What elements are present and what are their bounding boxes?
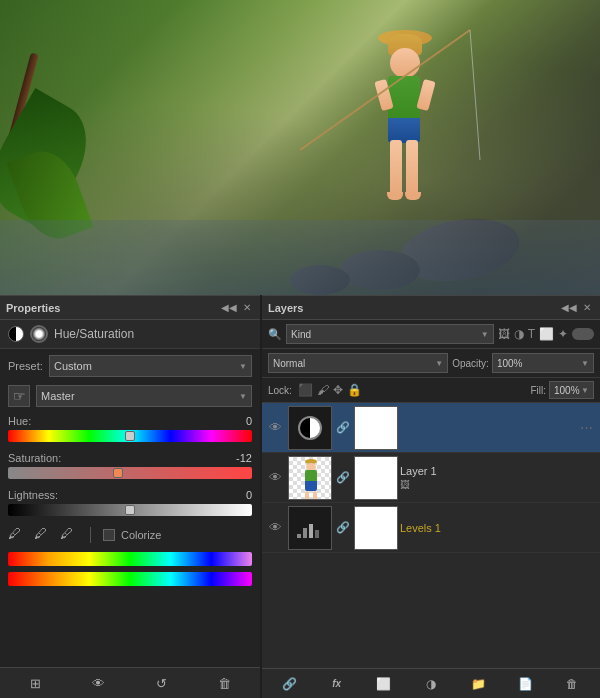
layer-item[interactable]: 👁 🔗 ⋯ — [262, 403, 600, 453]
eye-visibility-icon[interactable]: 👁 — [89, 673, 109, 693]
reset-icon[interactable]: ↺ — [152, 673, 172, 693]
properties-collapse-icon[interactable]: ◀◀ — [222, 301, 236, 315]
hue-thumb[interactable] — [125, 431, 135, 441]
blend-mode-dropdown[interactable]: Normal ▼ — [268, 353, 448, 373]
saturation-label: Saturation: — [8, 452, 61, 464]
kind-dropdown-arrow: ▼ — [481, 330, 489, 339]
saturation-track[interactable] — [8, 467, 252, 479]
layer-mask-add-icon[interactable]: ⬜ — [375, 675, 393, 693]
layer-2-sub-icon: 🖼 — [400, 479, 596, 490]
layer-1-options-icon[interactable]: ⋯ — [580, 420, 596, 436]
fishing-rod-svg — [250, 20, 500, 170]
eyedroppers-row: 🖊 🖊 🖊 Colorize — [8, 526, 252, 544]
layer-delete-icon[interactable]: 🗑 — [563, 675, 581, 693]
lock-label: Lock: — [268, 385, 292, 396]
layer-link-icon[interactable]: 🔗 — [281, 675, 299, 693]
colorize-label: Colorize — [121, 529, 161, 541]
layer-1-eye-icon[interactable]: 👁 — [266, 419, 284, 437]
properties-header-left: Properties — [6, 302, 60, 314]
layer-2-thumb — [288, 456, 332, 500]
channel-dropdown-arrow: ▼ — [239, 392, 247, 401]
layer-item[interactable]: 👁 🔗 Levels 1 — [262, 503, 600, 553]
fill-dropdown-arrow: ▼ — [581, 386, 589, 395]
eyedropper-add-icon[interactable]: 🖊 — [34, 526, 52, 544]
colorize-row: Colorize — [103, 529, 161, 541]
channel-dropdown[interactable]: Master ▼ — [36, 385, 252, 407]
layers-search-icon: 🔍 — [268, 328, 282, 341]
kind-filter-value: Kind — [291, 329, 311, 340]
preset-dropdown[interactable]: Custom ▼ — [49, 355, 252, 377]
hue-label-row: Hue: 0 — [8, 415, 252, 427]
preset-row: Preset: Custom ▼ — [8, 355, 252, 377]
lock-move-icon[interactable]: ✥ — [333, 383, 343, 397]
layer-3-eye-icon[interactable]: 👁 — [266, 519, 284, 537]
filter-adjustment-icon[interactable]: ◑ — [514, 327, 524, 341]
layer-3-link-icon: 🔗 — [336, 521, 350, 534]
layer-2-info: Layer 1 🖼 — [400, 465, 596, 490]
colorize-checkbox[interactable] — [103, 529, 115, 541]
kind-filter-dropdown[interactable]: Kind ▼ — [286, 324, 494, 344]
lightness-slider-row: Lightness: 0 — [8, 489, 252, 516]
layer-2-eye-icon[interactable]: 👁 — [266, 469, 284, 487]
blend-dropdown-arrow: ▼ — [435, 359, 443, 368]
properties-panel: Properties ◀◀ ✕ Hue/Saturation Preset: C… — [0, 295, 260, 698]
hue-sat-circle-icon — [30, 325, 48, 343]
saturation-label-row: Saturation: -12 — [8, 452, 252, 464]
filter-toggle[interactable] — [572, 328, 594, 340]
filter-smart-icon[interactable]: ✦ — [558, 327, 568, 341]
lock-icons-group: ⬛ 🖌 ✥ 🔒 — [298, 383, 525, 397]
add-mask-icon[interactable]: ⊞ — [26, 673, 46, 693]
layers-panel: Layers ◀◀ ✕ 🔍 Kind ▼ 🖼 ◑ T ⬜ ✦ — [262, 295, 600, 698]
panels-area: Properties ◀◀ ✕ Hue/Saturation Preset: C… — [0, 295, 600, 698]
layer-2-name: Layer 1 — [400, 465, 596, 477]
layer-fx-icon[interactable]: fx — [328, 675, 346, 693]
lightness-thumb[interactable] — [125, 505, 135, 515]
filter-shape-icon[interactable]: ⬜ — [539, 327, 554, 341]
layers-list: 👁 🔗 ⋯ 👁 — [262, 403, 600, 668]
layer-3-mask-thumb — [354, 506, 398, 550]
layer-group-icon[interactable]: 📁 — [469, 675, 487, 693]
layers-close-icon[interactable]: ✕ — [580, 301, 594, 315]
layers-collapse-icon[interactable]: ◀◀ — [562, 301, 576, 315]
layer-1-link-icon: 🔗 — [336, 421, 350, 434]
fill-value-field[interactable]: 100% ▼ — [549, 381, 594, 399]
hue-sat-icon — [8, 326, 24, 342]
properties-bottom-toolbar: ⊞ 👁 ↺ 🗑 — [0, 667, 260, 698]
properties-title: Properties — [6, 302, 60, 314]
hue-sat-title: Hue/Saturation — [54, 327, 134, 341]
preset-value: Custom — [54, 360, 92, 372]
properties-header-icons: ◀◀ ✕ — [222, 301, 254, 315]
opacity-value-field[interactable]: 100% ▼ — [492, 353, 594, 373]
layer-2-link-icon: 🔗 — [336, 471, 350, 484]
layer-new-icon[interactable]: 📄 — [516, 675, 534, 693]
filter-image-icon[interactable]: 🖼 — [498, 327, 510, 341]
layer-3-name: Levels 1 — [400, 522, 596, 534]
layer-item[interactable]: 👁 🔗 — [262, 453, 600, 503]
lightness-label: Lightness: — [8, 489, 58, 501]
svg-rect-5 — [315, 530, 319, 538]
svg-rect-4 — [309, 524, 313, 538]
opacity-value-text: 100% — [497, 358, 523, 369]
eyedropper-divider — [90, 527, 91, 543]
lock-all-icon[interactable]: 🔒 — [347, 383, 362, 397]
saturation-thumb[interactable] — [113, 468, 123, 478]
opacity-row: Opacity: 100% ▼ — [452, 353, 594, 373]
delete-adjustment-icon[interactable]: 🗑 — [215, 673, 235, 693]
hand-tool-icon[interactable]: ☞ — [8, 385, 30, 407]
blend-mode-value: Normal — [273, 358, 305, 369]
filter-type-icon[interactable]: T — [528, 327, 535, 341]
eyedropper-subtract-icon[interactable]: 🖊 — [60, 526, 78, 544]
layers-header-icons: ◀◀ ✕ — [562, 301, 594, 315]
blend-mode-row: Normal ▼ Opacity: 100% ▼ — [262, 349, 600, 378]
saturation-slider-row: Saturation: -12 — [8, 452, 252, 479]
layer-adjustment-add-icon[interactable]: ◑ — [422, 675, 440, 693]
lock-transparent-icon[interactable]: ⬛ — [298, 383, 313, 397]
lock-brush-icon[interactable]: 🖌 — [317, 383, 329, 397]
eyedropper-sample-icon[interactable]: 🖊 — [8, 526, 26, 544]
hue-slider-row: Hue: 0 — [8, 415, 252, 442]
properties-panel-header: Properties ◀◀ ✕ — [0, 296, 260, 320]
properties-close-icon[interactable]: ✕ — [240, 301, 254, 315]
lightness-track[interactable] — [8, 504, 252, 516]
hue-track[interactable] — [8, 430, 252, 442]
lock-row: Lock: ⬛ 🖌 ✥ 🔒 Fill: 100% ▼ — [262, 378, 600, 403]
